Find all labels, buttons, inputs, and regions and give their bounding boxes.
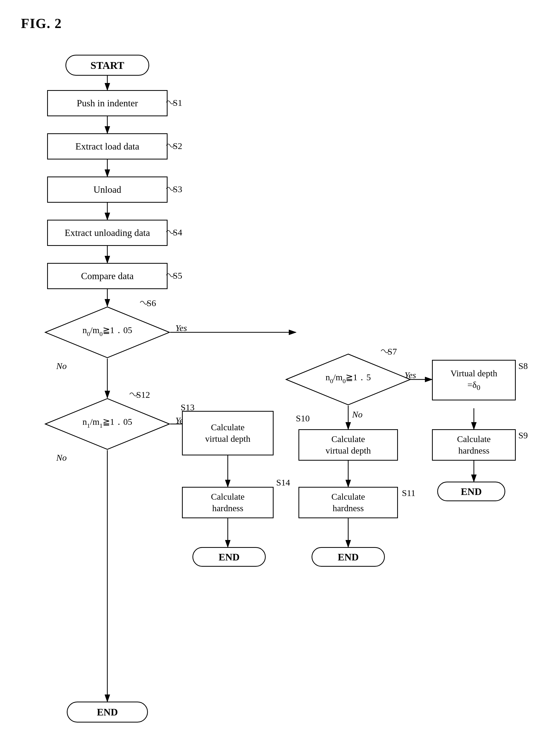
s3-label: S3 <box>173 184 182 194</box>
s13-label: S13 <box>181 403 194 412</box>
s9-label: S9 <box>518 431 528 441</box>
s9-node: Calculate hardness <box>432 429 516 461</box>
s14-node: Calculate hardness <box>182 487 273 518</box>
s8-node: Virtual depth =δ0 <box>432 360 516 400</box>
start-node: START <box>66 55 149 76</box>
s6-label: S6 <box>147 298 156 308</box>
s7-diamond-inner: n0/m0≧1．5 <box>285 353 411 406</box>
end1-node: END <box>437 482 505 501</box>
s8-label: S8 <box>518 361 528 371</box>
s13-node: Calculate virtual depth <box>182 411 273 455</box>
s12-no-label: No <box>56 453 67 463</box>
s10-label: S10 <box>296 413 310 423</box>
s1-node: Push in indenter <box>47 90 167 116</box>
end3-node: END <box>192 547 266 567</box>
s5-node: Compare data <box>47 263 167 289</box>
s10-node: Calculate virtual depth <box>298 429 398 461</box>
s2-node: Extract load data <box>47 133 167 159</box>
s14-label: S14 <box>276 478 290 488</box>
s7-label: S7 <box>387 347 397 357</box>
s4-node: Extract unloading data <box>47 220 167 246</box>
s7-no-label: No <box>352 410 363 419</box>
s7-yes-label: Yes <box>405 370 416 380</box>
s6-yes-label: Yes <box>176 323 187 333</box>
s3-node: Unload <box>47 177 167 203</box>
s11-node: Calculate hardness <box>298 487 398 518</box>
flowchart: START Push in indenter S1 Extract load d… <box>21 47 518 741</box>
s12-diamond-inner: n1/m1≧1．05 <box>44 398 170 450</box>
s5-label: S5 <box>173 271 182 281</box>
s6-no-label: No <box>56 361 67 371</box>
s6-diamond-inner: n0/m0≧1．05 <box>44 306 170 359</box>
s2-label: S2 <box>173 141 182 151</box>
end4-node: END <box>67 702 148 722</box>
s11-label: S11 <box>402 488 415 498</box>
s4-label: S4 <box>173 228 182 237</box>
s1-label: S1 <box>173 98 182 108</box>
s12-label: S12 <box>136 390 150 400</box>
page-title: FIG. 2 <box>21 16 539 31</box>
end2-node: END <box>311 547 385 567</box>
